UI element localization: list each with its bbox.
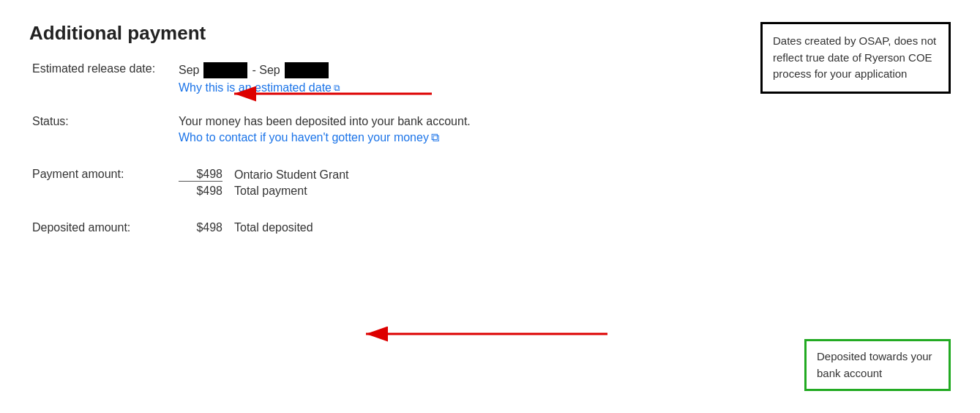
osap-callout-text: Dates created by OSAP, does not reflect … [773, 34, 936, 80]
total-payment-amount: $498 [179, 185, 222, 198]
deposited-amount-row: Deposited amount: $498 Total deposited [29, 215, 951, 240]
date-sep1: Sep [179, 64, 199, 77]
deposited-callout-text: Deposited towards your bank account [817, 350, 932, 379]
redacted-date-1 [203, 62, 247, 78]
status-value: Your money has been deposited into your … [176, 109, 951, 150]
status-text: Your money has been deposited into your … [179, 115, 948, 128]
deposited-arrow [359, 319, 681, 349]
deposited-amount-label: Deposited amount: [29, 215, 176, 240]
total-payment-label: Total payment [234, 185, 307, 198]
grant-amount-row: $498 Ontario Student Grant [179, 168, 948, 182]
payment-amount-label: Payment amount: [29, 162, 176, 204]
payment-amounts-list: $498 Ontario Student Grant $498 Total pa… [179, 168, 948, 198]
status-row: Status: Your money has been deposited in… [29, 109, 951, 150]
deposited-amounts-list: $498 Total deposited [179, 221, 948, 234]
total-deposited-row: $498 Total deposited [179, 221, 948, 234]
spacer-row-3 [29, 204, 951, 215]
status-contact-link[interactable]: Who to contact if you haven't gotten you… [179, 131, 948, 144]
status-contact-link-text: Who to contact if you haven't gotten you… [179, 131, 429, 144]
deposited-callout: Deposited towards your bank account [804, 339, 951, 391]
grant-amount: $498 [179, 168, 222, 182]
status-label: Status: [29, 109, 176, 150]
total-deposited-label: Total deposited [234, 221, 313, 234]
deposited-amount-value: $498 Total deposited [176, 215, 951, 240]
total-deposited-amount: $498 [179, 221, 222, 234]
total-payment-row: $498 Total payment [179, 185, 948, 198]
payment-amount-value: $498 Ontario Student Grant $498 Total pa… [176, 162, 951, 204]
spacer-row-2 [29, 150, 951, 162]
osap-arrow [227, 79, 520, 108]
payment-amount-row: Payment amount: $498 Ontario Student Gra… [29, 162, 951, 204]
status-external-link-icon: ⧉ [431, 131, 439, 144]
estimated-release-label: Estimated release date: [29, 59, 176, 97]
page-container: Additional payment Estimated release dat… [0, 0, 980, 413]
redacted-date-2 [285, 62, 329, 78]
grant-amount-label: Ontario Student Grant [234, 168, 349, 182]
date-sep2: - Sep [252, 64, 280, 77]
osap-callout: Dates created by OSAP, does not reflect … [760, 22, 951, 94]
